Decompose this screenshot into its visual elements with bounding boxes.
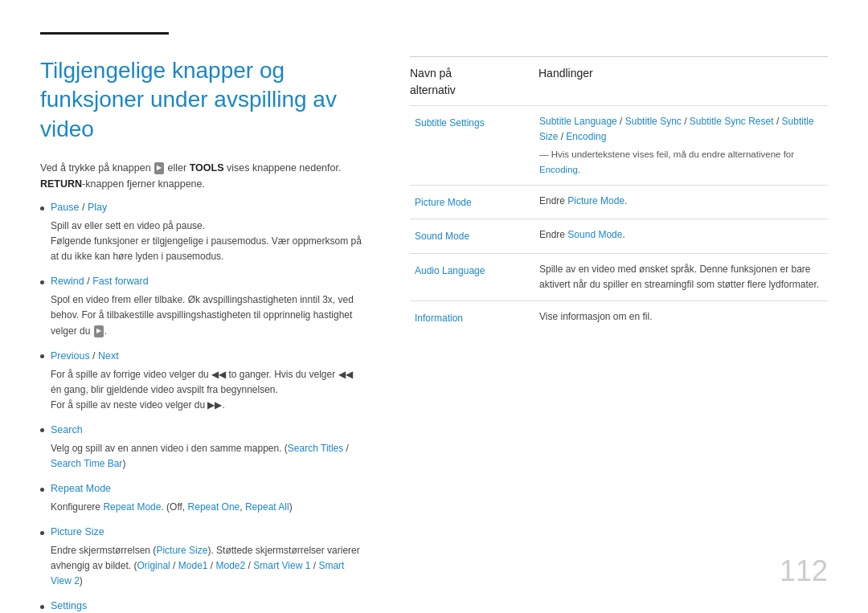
- bullet-dot: [40, 428, 44, 432]
- bullet-header: Pause / Play: [40, 200, 362, 215]
- list-item: Repeat Mode Konfigurere Repeat Mode. (Of…: [40, 481, 362, 515]
- left-column: Tilgjengelige knapper og funksjoner unde…: [40, 56, 378, 613]
- bullet-header: Previous / Next: [40, 349, 362, 364]
- bullet-header: Rewind / Fast forward: [40, 274, 362, 289]
- intro-text: Ved å trykke på knappen ▶ eller TOOLS vi…: [40, 160, 362, 192]
- mode1-link: Mode1: [178, 560, 208, 571]
- td-navn-subtitle: Subtitle Settings: [410, 106, 534, 186]
- col-handlinger-header: Handlinger: [538, 65, 828, 99]
- td-navn-sound-mode: Sound Mode: [410, 219, 534, 253]
- td-action-sound-mode: Endre Sound Mode.: [534, 219, 828, 253]
- table-row: Audio Language Spille av en video med øn…: [410, 253, 828, 300]
- page-container: Tilgjengelige knapper og funksjoner unde…: [0, 0, 868, 613]
- list-item: Picture Size Endre skjermstørrelsen (Pic…: [40, 525, 362, 589]
- top-bar-accent: [40, 32, 169, 35]
- bullet-link-picture-size: Picture Size: [51, 525, 104, 540]
- td-navn-audio: Audio Language: [410, 253, 534, 300]
- bullet-dot: [40, 354, 44, 358]
- bullet-dot: [40, 605, 44, 609]
- bullet-link-previous: Previous / Next: [51, 349, 119, 364]
- search-titles-link: Search Titles: [288, 443, 343, 454]
- bullet-link-search: Search: [51, 423, 83, 438]
- encoding-sub-link: Encoding: [539, 165, 578, 174]
- original-link: Original: [137, 560, 170, 571]
- bullet-body: Spol en video frem eller tilbake. Øk avs…: [40, 292, 362, 339]
- bullet-body: Velg og spill av en annen video i den sa…: [40, 441, 362, 472]
- list-item: Search Velg og spill av en annen video i…: [40, 423, 362, 472]
- bullet-link-pause: Pause / Play: [51, 200, 107, 215]
- table-row: Sound Mode Endre Sound Mode.: [410, 219, 828, 253]
- page-title: Tilgjengelige knapper og funksjoner unde…: [40, 56, 362, 144]
- picture-size-link: Picture Size: [156, 545, 207, 556]
- bullet-body: Endre skjermstørrelsen (Picture Size). S…: [40, 543, 362, 590]
- list-item: Pause / Play Spill av eller sett en vide…: [40, 200, 362, 264]
- table-row: Subtitle Settings Subtitle Language / Su…: [410, 106, 828, 186]
- mode2-link: Mode2: [216, 560, 246, 571]
- bullet-dot: [40, 531, 44, 535]
- action-primary-subtitle: Subtitle Language / Subtitle Sync / Subt…: [539, 114, 823, 145]
- bullet-dot: [40, 488, 44, 492]
- subtitle-sync-link: Subtitle Sync: [625, 116, 682, 127]
- bullet-body: Spill av eller sett en video på pause. F…: [40, 219, 362, 265]
- list-item: Rewind / Fast forward Spol en video frem…: [40, 274, 362, 338]
- repeat-mode-link: Repeat Mode: [103, 501, 161, 513]
- repeat-all-link: Repeat All: [245, 501, 289, 513]
- content-wrapper: Tilgjengelige knapper og funksjoner unde…: [40, 56, 828, 613]
- play-icon: ▶: [94, 325, 104, 337]
- bullet-body: For å spille av forrige video velger du …: [40, 367, 362, 414]
- td-action-audio: Spille av en video med ønsket språk. Den…: [534, 253, 828, 300]
- subtitle-language-link: Subtitle Language: [539, 116, 617, 127]
- picture-mode-link: Picture Mode: [567, 195, 624, 206]
- col-navn-header: Navn påalternativ: [410, 65, 538, 99]
- action-sub-subtitle: — Hvis undertekstene vises feil, må du e…: [539, 147, 823, 177]
- subtitle-sync-reset-link: Subtitle Sync Reset: [690, 116, 774, 127]
- sound-mode-link: Sound Mode: [567, 229, 622, 240]
- bullet-header: Search: [40, 423, 362, 438]
- bullet-link-repeat: Repeat Mode: [51, 481, 111, 497]
- bullet-header: Repeat Mode: [40, 481, 362, 497]
- bullet-dot: [40, 206, 44, 210]
- encoding-link: Encoding: [566, 131, 606, 142]
- right-header: Navn påalternativ Handlinger: [410, 65, 828, 99]
- tool-icon: ▶: [154, 162, 164, 174]
- right-table: Subtitle Settings Subtitle Language / Su…: [410, 105, 828, 334]
- td-navn-information: Information: [410, 300, 534, 334]
- td-action-subtitle: Subtitle Language / Subtitle Sync / Subt…: [534, 106, 828, 186]
- tools-bold: TOOLS: [190, 162, 224, 174]
- return-bold: RETURN: [40, 178, 82, 190]
- bullet-body: Konfigurere Repeat Mode. (Off, Repeat On…: [40, 500, 362, 515]
- td-action-information: Vise informasjon om en fil.: [534, 300, 828, 334]
- table-row: Picture Mode Endre Picture Mode.: [410, 186, 828, 219]
- td-action-picture-mode: Endre Picture Mode.: [534, 186, 828, 219]
- bullet-header: Settings: [40, 599, 362, 613]
- list-item: Settings: [40, 599, 362, 613]
- right-column: Navn påalternativ Handlinger Subtitle Se…: [410, 56, 828, 613]
- page-number: 112: [780, 550, 828, 593]
- table-row: Information Vise informasjon om en fil.: [410, 300, 828, 334]
- bullet-link-rewind: Rewind / Fast forward: [51, 274, 149, 289]
- search-time-bar-link: Search Time Bar: [51, 458, 122, 469]
- smart-view1-link: Smart View 1: [253, 560, 310, 571]
- list-item: Previous / Next For å spille av forrige …: [40, 349, 362, 413]
- td-navn-picture-mode: Picture Mode: [410, 186, 534, 219]
- bullet-list: Pause / Play Spill av eller sett en vide…: [40, 200, 362, 613]
- repeat-one-link: Repeat One: [188, 501, 240, 513]
- bullet-header: Picture Size: [40, 525, 362, 540]
- bullet-link-settings: Settings: [51, 599, 87, 613]
- bullet-dot: [40, 280, 44, 284]
